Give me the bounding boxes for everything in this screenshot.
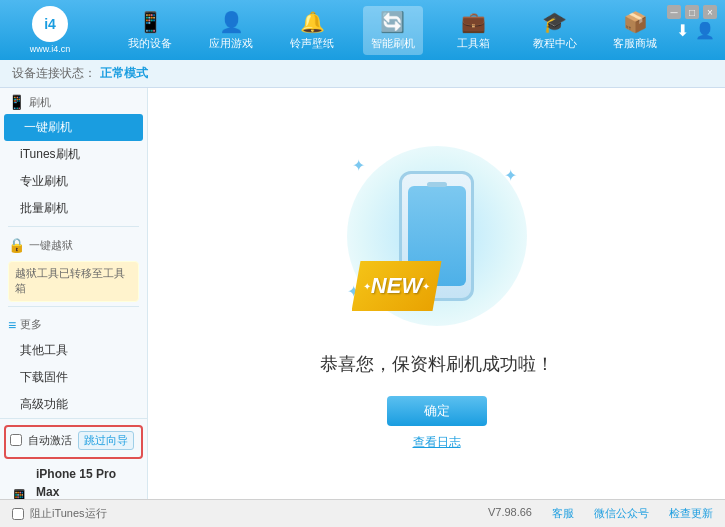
- nav-apps[interactable]: 👤 应用游戏: [201, 6, 261, 55]
- sidebar-section-more: ≡ 更多: [0, 311, 147, 337]
- ribbon-shape: ✦ NEW ✦: [352, 261, 442, 311]
- itunes-flash-label: iTunes刷机: [20, 147, 80, 161]
- nav-store-label: 客服商城: [613, 36, 657, 51]
- sidebar-item-advanced[interactable]: 高级功能: [0, 391, 147, 418]
- guide-button[interactable]: 跳过向导: [78, 431, 134, 450]
- topbar-right: ⬇ 👤: [676, 21, 715, 40]
- sidebar-bottom-area: 自动激活 跳过向导 📱 iPhone 15 Pro Max 512GB iPho…: [0, 418, 147, 499]
- toolbox-icon: 💼: [461, 10, 486, 34]
- device-name: iPhone 15 Pro Max: [36, 465, 139, 499]
- store-icon: 📦: [623, 10, 648, 34]
- ribbon-star-right: ✦: [422, 281, 430, 292]
- sidebar-item-pro-flash[interactable]: 专业刷机: [0, 168, 147, 195]
- apps-icon: 👤: [219, 10, 244, 34]
- user-icon[interactable]: 👤: [695, 21, 715, 40]
- sparkle-topright: ✦: [504, 166, 517, 185]
- jailbreak-section-icon: 🔒: [8, 237, 25, 253]
- sidebar-divider-1: [8, 226, 139, 227]
- nav-store[interactable]: 📦 客服商城: [605, 6, 665, 55]
- sidebar-item-batch-flash[interactable]: 批量刷机: [0, 195, 147, 222]
- tutorial-icon: 🎓: [542, 10, 567, 34]
- sidebar-jailbreak-notice: 越狱工具已转移至工具箱: [8, 261, 139, 302]
- sidebar-item-other-tools[interactable]: 其他工具: [0, 337, 147, 364]
- sidebar-more-label: 更多: [20, 317, 42, 332]
- phone-illustration: ✦ ✦ ✦ ✦ NEW ✦: [337, 136, 537, 336]
- stop-itunes-label: 阻止iTunes运行: [30, 506, 107, 521]
- status-value: 正常模式: [100, 65, 148, 82]
- footer-right: V7.98.66 客服 微信公众号 检查更新: [488, 506, 713, 521]
- jailbreak-notice-text: 越狱工具已转移至工具箱: [15, 267, 125, 294]
- window-controls: ─ □ ×: [667, 5, 717, 19]
- close-button[interactable]: ×: [703, 5, 717, 19]
- sidebar-device-controls: 自动激活 跳过向导: [4, 425, 143, 459]
- sparkle-topleft: ✦: [352, 156, 365, 175]
- batch-flash-label: 批量刷机: [20, 201, 68, 215]
- pro-flash-label: 专业刷机: [20, 174, 68, 188]
- smart-flash-icon: 🔄: [380, 10, 405, 34]
- sidebar-full: 📱 刷机 一键刷机 iTunes刷机 专业刷机 批量刷机: [0, 88, 147, 499]
- new-ribbon: ✦ NEW ✦: [352, 261, 442, 316]
- topbar: i4 www.i4.cn 📱 我的设备 👤 应用游戏 🔔 铃声壁纸 🔄 智能刷机: [0, 0, 725, 60]
- my-device-icon: 📱: [138, 10, 163, 34]
- nav-my-device[interactable]: 📱 我的设备: [120, 6, 180, 55]
- status-label: 设备连接状态：: [12, 65, 96, 82]
- nav-ringtone[interactable]: 🔔 铃声壁纸: [282, 6, 342, 55]
- nav-tutorial[interactable]: 🎓 教程中心: [525, 6, 585, 55]
- logo-icon: i4: [32, 6, 68, 42]
- device-info: 📱 iPhone 15 Pro Max 512GB iPhone: [8, 465, 139, 499]
- ribbon-text: NEW: [371, 273, 422, 299]
- footer-left: 阻止iTunes运行: [12, 506, 468, 521]
- download-icon[interactable]: ⬇: [676, 21, 689, 40]
- device-details: iPhone 15 Pro Max 512GB iPhone: [36, 465, 139, 499]
- ribbon-star-left: ✦: [363, 281, 371, 292]
- auto-activate-checkbox[interactable]: [10, 434, 22, 446]
- confirm-button[interactable]: 确定: [387, 396, 487, 426]
- sidebar-top: 📱 刷机 一键刷机 iTunes刷机 专业刷机 批量刷机: [0, 88, 147, 418]
- auto-activate-row: 自动激活 跳过向导: [10, 431, 137, 450]
- minimize-button[interactable]: ─: [667, 5, 681, 19]
- sidebar-item-one-key-flash[interactable]: 一键刷机: [4, 114, 143, 141]
- footer: 阻止iTunes运行 V7.98.66 客服 微信公众号 检查更新: [0, 499, 725, 527]
- nav-smart-flash-label: 智能刷机: [371, 36, 415, 51]
- topbar-right-icons: ⬇ 👤: [676, 21, 715, 40]
- wechat-link[interactable]: 微信公众号: [594, 506, 649, 521]
- sidebar-section-jailbreak: 🔒 一键越狱: [0, 231, 147, 257]
- more-section-icon: ≡: [8, 317, 16, 333]
- nav-toolbox-label: 工具箱: [457, 36, 490, 51]
- nav-toolbox[interactable]: 💼 工具箱: [444, 6, 504, 55]
- nav-tutorial-label: 教程中心: [533, 36, 577, 51]
- nav-items: 📱 我的设备 👤 应用游戏 🔔 铃声壁纸 🔄 智能刷机 💼 工具箱 🎓: [110, 6, 676, 55]
- other-tools-label: 其他工具: [20, 343, 68, 357]
- content-area: ✦ ✦ ✦ ✦ NEW ✦ 恭喜您，保资料刷机成功啦！ 确定: [148, 88, 725, 499]
- sidebar-item-itunes-flash[interactable]: iTunes刷机: [0, 141, 147, 168]
- sidebar-jailbreak-label: 一键越狱: [29, 238, 73, 253]
- nav-my-device-label: 我的设备: [128, 36, 172, 51]
- maximize-button[interactable]: □: [685, 5, 699, 19]
- logo-text: i4: [44, 16, 56, 32]
- main-layout: 📱 刷机 一键刷机 iTunes刷机 专业刷机 批量刷机: [0, 88, 725, 499]
- device-phone-icon: 📱: [8, 488, 30, 499]
- sidebar-item-download-firmware[interactable]: 下载固件: [0, 364, 147, 391]
- sidebar-divider-2: [8, 306, 139, 307]
- server-link[interactable]: 客服: [552, 506, 574, 521]
- flash-section-icon: 📱: [8, 94, 25, 110]
- ringtone-icon: 🔔: [300, 10, 325, 34]
- advanced-label: 高级功能: [20, 397, 68, 411]
- log-button[interactable]: 查看日志: [413, 434, 461, 451]
- nav-smart-flash[interactable]: 🔄 智能刷机: [363, 6, 423, 55]
- version-label: V7.98.66: [488, 506, 532, 521]
- logo-area: i4 www.i4.cn: [10, 6, 90, 54]
- auto-activate-label: 自动激活: [28, 433, 72, 448]
- phone-notch: [427, 182, 447, 187]
- download-firmware-label: 下载固件: [20, 370, 68, 384]
- success-message: 恭喜您，保资料刷机成功啦！: [320, 352, 554, 376]
- sidebar: 📱 刷机 一键刷机 iTunes刷机 专业刷机 批量刷机: [0, 88, 148, 499]
- sidebar-flash-label: 刷机: [29, 95, 51, 110]
- one-key-flash-label: 一键刷机: [24, 120, 72, 134]
- check-update-link[interactable]: 检查更新: [669, 506, 713, 521]
- nav-apps-label: 应用游戏: [209, 36, 253, 51]
- nav-ringtone-label: 铃声壁纸: [290, 36, 334, 51]
- stop-itunes-checkbox[interactable]: [12, 508, 24, 520]
- sidebar-section-flash: 📱 刷机: [0, 88, 147, 114]
- logo-subtext: www.i4.cn: [30, 44, 71, 54]
